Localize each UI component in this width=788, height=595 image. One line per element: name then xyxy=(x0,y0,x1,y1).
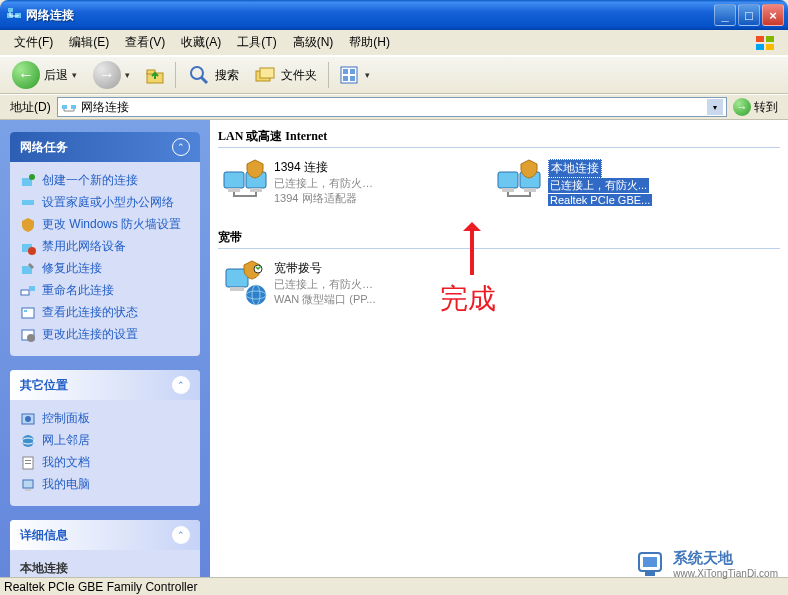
go-button[interactable]: → 转到 xyxy=(727,98,784,116)
folders-label: 文件夹 xyxy=(281,67,317,84)
maximize-button[interactable]: □ xyxy=(738,4,760,26)
svg-rect-2 xyxy=(8,8,13,12)
task-firewall[interactable]: 更改 Windows 防火墙设置 xyxy=(20,214,190,236)
network-tasks-title: 网络任务 xyxy=(20,139,68,156)
address-value: 网络连接 xyxy=(81,99,129,116)
group-header-lan: LAN 或高速 Internet xyxy=(218,124,780,148)
connection-local-status: 已连接上，有防火... xyxy=(548,178,649,193)
svg-point-34 xyxy=(25,416,31,422)
forward-dropdown-icon[interactable]: ▾ xyxy=(125,70,135,80)
menu-view[interactable]: 查看(V) xyxy=(117,31,173,54)
forward-icon: → xyxy=(93,61,121,89)
connection-1394[interactable]: 1394 连接 已连接上，有防火… 1394 网络适配器 xyxy=(218,156,468,209)
connection-1394-device: 1394 网络适配器 xyxy=(274,191,373,206)
other-places-title: 其它位置 xyxy=(20,377,68,394)
control-panel-icon xyxy=(20,411,36,427)
svg-rect-42 xyxy=(224,172,244,188)
status-bar: Realtek PCIe GBE Family Controller xyxy=(0,577,788,595)
address-dropdown-icon[interactable]: ▾ xyxy=(707,99,723,115)
svg-rect-45 xyxy=(250,188,262,192)
place-network-neighborhood[interactable]: 网上邻居 xyxy=(20,430,190,452)
other-places-body: 控制面板 网上邻居 我的文档 我的电脑 xyxy=(10,400,200,506)
task-rename[interactable]: 重命名此连接 xyxy=(20,280,190,302)
back-button[interactable]: ← 后退 ▾ xyxy=(6,58,88,92)
task-view-status[interactable]: 查看此连接的状态 xyxy=(20,302,190,324)
details-header[interactable]: 详细信息 ⌃ xyxy=(10,520,200,550)
task-create-connection[interactable]: 创建一个新的连接 xyxy=(20,170,190,192)
menu-advanced[interactable]: 高级(N) xyxy=(285,31,342,54)
watermark-url: www.XiTongTianDi.com xyxy=(673,568,778,579)
views-dropdown-icon[interactable]: ▾ xyxy=(365,70,375,80)
connection-local-device: Realtek PCIe GBE... xyxy=(548,194,652,206)
side-panel: 网络任务 ⌃ 创建一个新的连接 设置家庭或小型办公网络 更改 Windows 防… xyxy=(0,120,210,577)
details-connection-name: 本地连接 xyxy=(20,558,190,577)
menu-bar: 文件(F) 编辑(E) 查看(V) 收藏(A) 工具(T) 高级(N) 帮助(H… xyxy=(0,30,788,56)
minimize-button[interactable]: _ xyxy=(714,4,736,26)
task-disable-device[interactable]: 禁用此网络设备 xyxy=(20,236,190,258)
svg-line-10 xyxy=(201,77,207,83)
svg-rect-17 xyxy=(350,76,355,81)
svg-rect-22 xyxy=(22,200,28,205)
menu-help[interactable]: 帮助(H) xyxy=(341,31,398,54)
collapse-icon: ⌃ xyxy=(172,376,190,394)
task-setup-network[interactable]: 设置家庭或小型办公网络 xyxy=(20,192,190,214)
go-icon: → xyxy=(733,98,751,116)
forward-button[interactable]: → ▾ xyxy=(90,58,138,92)
search-button[interactable]: 搜索 xyxy=(181,60,245,90)
connection-broadband-dial[interactable]: 宽带拨号 已连接上，有防火… WAN 微型端口 (PP... xyxy=(218,257,468,309)
search-icon xyxy=(187,63,211,87)
svg-point-52 xyxy=(246,285,266,305)
status-icon xyxy=(20,305,36,321)
content-area: 网络任务 ⌃ 创建一个新的连接 设置家庭或小型办公网络 更改 Windows 防… xyxy=(0,120,788,577)
annotation-arrow xyxy=(470,225,474,275)
menu-file[interactable]: 文件(F) xyxy=(6,31,61,54)
network-tasks-header[interactable]: 网络任务 ⌃ xyxy=(10,132,200,162)
other-places-header[interactable]: 其它位置 ⌃ xyxy=(10,370,200,400)
menu-favorites[interactable]: 收藏(A) xyxy=(173,31,229,54)
details-title: 详细信息 xyxy=(20,527,68,544)
svg-point-25 xyxy=(28,247,36,255)
svg-rect-16 xyxy=(343,76,348,81)
menu-tools[interactable]: 工具(T) xyxy=(229,31,284,54)
connection-1394-name: 1394 连接 xyxy=(274,159,373,176)
toolbar-separator xyxy=(175,62,176,88)
close-button[interactable]: × xyxy=(762,4,784,26)
svg-rect-4 xyxy=(766,36,774,42)
watermark-icon xyxy=(635,549,669,579)
details-body: 本地连接 LAN 或高速 Internet xyxy=(10,550,200,577)
place-my-computer[interactable]: 我的电脑 xyxy=(20,474,190,496)
address-bar: 地址(D) 网络连接 ▾ → 转到 xyxy=(0,94,788,120)
network-places-icon xyxy=(20,433,36,449)
documents-icon xyxy=(20,455,36,471)
connection-local[interactable]: 本地连接 已连接上，有防火... Realtek PCIe GBE... xyxy=(492,156,742,209)
task-change-settings[interactable]: 更改此连接的设置 xyxy=(20,324,190,346)
svg-rect-57 xyxy=(643,557,657,567)
folders-button[interactable]: 文件夹 xyxy=(247,60,323,90)
place-control-panel[interactable]: 控制面板 xyxy=(20,408,190,430)
new-connection-icon xyxy=(20,173,36,189)
place-my-documents[interactable]: 我的文档 xyxy=(20,452,190,474)
views-button[interactable]: ▾ xyxy=(334,60,378,90)
svg-rect-46 xyxy=(498,172,518,188)
search-label: 搜索 xyxy=(215,67,239,84)
annotation-text: 完成 xyxy=(440,280,496,318)
back-dropdown-icon[interactable]: ▾ xyxy=(72,70,82,80)
svg-rect-18 xyxy=(62,105,67,109)
group-header-broadband: 宽带 xyxy=(218,225,780,249)
svg-rect-38 xyxy=(25,460,31,461)
watermark: 系统天地 www.XiTongTianDi.com xyxy=(635,549,778,579)
up-button[interactable] xyxy=(140,60,170,90)
svg-rect-51 xyxy=(230,287,244,291)
svg-rect-23 xyxy=(28,200,34,205)
address-field[interactable]: 网络连接 ▾ xyxy=(57,97,727,117)
svg-rect-48 xyxy=(502,188,514,192)
status-text: Realtek PCIe GBE Family Controller xyxy=(4,580,197,594)
go-label: 转到 xyxy=(754,99,778,116)
repair-icon xyxy=(20,261,36,277)
svg-rect-28 xyxy=(29,286,35,291)
window-title: 网络连接 xyxy=(26,7,714,24)
task-repair[interactable]: 修复此连接 xyxy=(20,258,190,280)
app-icon xyxy=(6,7,22,23)
collapse-icon: ⌃ xyxy=(172,526,190,544)
menu-edit[interactable]: 编辑(E) xyxy=(61,31,117,54)
